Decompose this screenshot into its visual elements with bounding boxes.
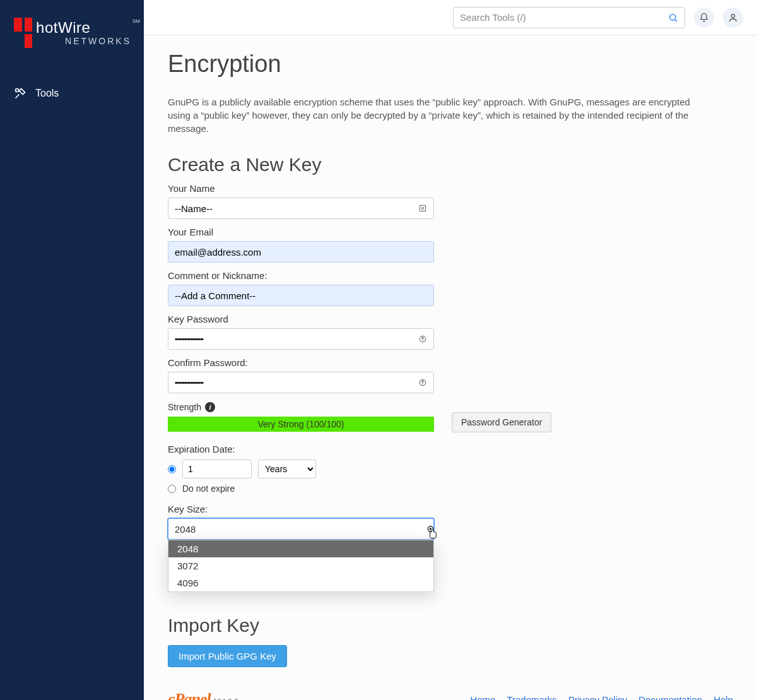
- tools-icon: [14, 87, 26, 100]
- user-icon: [728, 13, 738, 23]
- email-label: Your Email: [168, 227, 733, 237]
- confirm-password-input[interactable]: [175, 379, 418, 386]
- name-input-wrap[interactable]: [168, 198, 434, 219]
- password-generator-button[interactable]: Password Generator: [452, 412, 551, 432]
- svg-point-7: [422, 381, 423, 382]
- brand-logo: hotWire SM NETWORKS: [0, 0, 144, 59]
- comment-input-wrap[interactable]: [168, 285, 434, 306]
- svg-point-0: [16, 89, 19, 92]
- brand-sm: SM: [132, 19, 140, 24]
- strength-text: Very Strong (100/100): [258, 419, 344, 429]
- email-input-wrap[interactable]: [168, 241, 434, 263]
- strength-label: Strength: [168, 402, 201, 412]
- strength-bar: Very Strong (100/100): [168, 417, 434, 432]
- sidebar-item-tools[interactable]: Tools: [0, 78, 144, 109]
- footer-link-documentation[interactable]: Documentation: [638, 694, 702, 701]
- search-box[interactable]: [453, 7, 685, 28]
- footer-link-home[interactable]: Home: [470, 694, 495, 701]
- expiration-label: Expiration Date:: [168, 444, 733, 454]
- page-description: GnuPG is a publicly available encryption…: [168, 95, 710, 135]
- email-input[interactable]: [175, 247, 427, 258]
- key-icon: [418, 378, 427, 387]
- page-title: Encryption: [168, 50, 733, 78]
- brand-logo-mark: [14, 18, 32, 48]
- import-heading: Import Key: [168, 615, 733, 636]
- comment-input[interactable]: [175, 290, 427, 301]
- password-input[interactable]: [175, 336, 418, 343]
- name-input[interactable]: [175, 203, 418, 214]
- key-icon: [418, 335, 427, 343]
- password-input-wrap[interactable]: [168, 328, 434, 350]
- info-icon[interactable]: i: [205, 402, 215, 412]
- svg-point-2: [731, 14, 734, 17]
- svg-point-9: [430, 528, 431, 530]
- expiration-radio-duration[interactable]: [168, 465, 176, 473]
- topbar: [144, 0, 757, 35]
- search-icon: [668, 13, 678, 23]
- svg-point-8: [428, 526, 433, 531]
- keysize-label: Key Size:: [168, 504, 733, 514]
- confirm-password-input-wrap[interactable]: [168, 372, 434, 393]
- footer-link-help[interactable]: Help: [713, 694, 733, 701]
- keysize-option-2048[interactable]: 2048: [168, 540, 433, 557]
- sidebar: hotWire SM NETWORKS Tools: [0, 0, 144, 700]
- svg-point-1: [670, 14, 676, 20]
- keysize-option-4096[interactable]: 4096: [168, 574, 433, 591]
- expiration-radio-never[interactable]: [168, 485, 176, 493]
- keysize-select[interactable]: 2048: [168, 518, 434, 540]
- expiration-never-label: Do not expire: [182, 483, 235, 494]
- comment-label: Comment or Nickname:: [168, 270, 733, 281]
- name-label: Your Name: [168, 183, 733, 194]
- account-button[interactable]: [723, 8, 743, 28]
- brand-name: hotWire: [36, 20, 131, 35]
- expiration-value-input[interactable]: [182, 460, 252, 478]
- notifications-button[interactable]: [694, 8, 714, 28]
- password-label: Key Password: [168, 314, 733, 324]
- brand-subtitle: NETWORKS: [36, 37, 131, 45]
- cpanel-version: 104.0.6: [213, 697, 238, 700]
- cpanel-logo: cPanel: [168, 690, 211, 700]
- keysize-dropdown: 2048 3072 4096: [168, 540, 434, 592]
- sidebar-item-label: Tools: [35, 88, 59, 99]
- expiration-unit-select[interactable]: Years: [258, 460, 316, 478]
- keysize-option-3072[interactable]: 3072: [168, 557, 433, 574]
- svg-point-5: [422, 337, 423, 338]
- create-heading: Create a New Key: [168, 154, 733, 175]
- import-public-key-button[interactable]: Import Public GPG Key: [168, 645, 287, 667]
- footer-link-privacy[interactable]: Privacy Policy: [568, 694, 627, 701]
- footer-brand: cPanel 104.0.6: [168, 690, 238, 700]
- search-input[interactable]: [460, 12, 668, 23]
- footer-links: Home Trademarks Privacy Policy Documenta…: [470, 694, 733, 701]
- bell-icon: [699, 13, 709, 23]
- confirm-password-label: Confirm Password:: [168, 357, 733, 368]
- keysize-selected-value: 2048: [175, 524, 196, 535]
- contact-card-icon: [418, 204, 427, 213]
- svg-rect-3: [420, 205, 425, 211]
- footer-link-trademarks[interactable]: Trademarks: [507, 694, 556, 701]
